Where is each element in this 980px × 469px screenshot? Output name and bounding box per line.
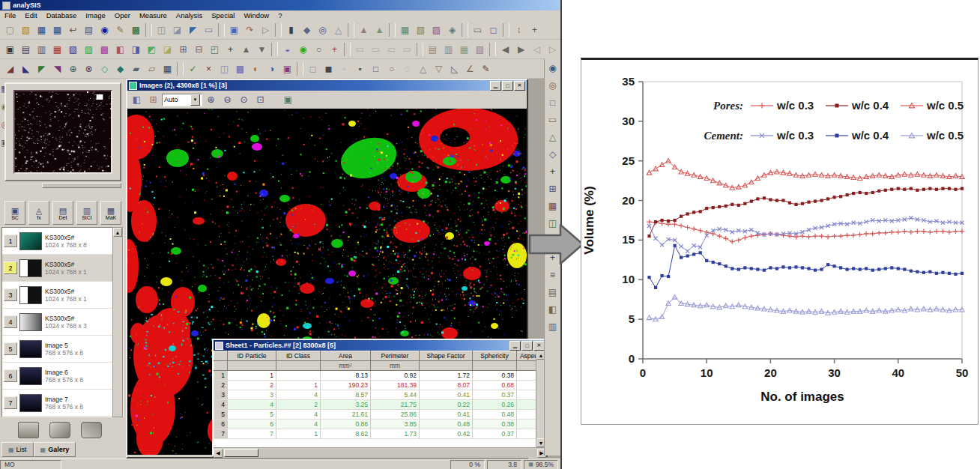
phase-icon[interactable]: ◒ [279, 42, 295, 57]
gallery-button-sc[interactable]: ▣SC [4, 201, 25, 225]
redo-icon[interactable]: ↷ [242, 22, 258, 37]
gem-icon[interactable]: ◆ [299, 22, 315, 37]
table-cell[interactable]: 0.86 [321, 420, 371, 429]
gallery-item-2[interactable]: 2KS300x5#1024 x 768 x 1 [2, 255, 123, 282]
table-cell[interactable]: 3.25 [321, 400, 371, 410]
row-header[interactable]: 4 [214, 400, 228, 410]
row-header[interactable]: 7 [214, 429, 228, 439]
proc2-icon[interactable]: ▤ [18, 42, 34, 57]
app-titlebar[interactable]: analySIS [0, 0, 560, 10]
grid-icon[interactable]: ▦ [397, 22, 413, 37]
zoom-out-icon[interactable]: ⊖ [220, 92, 235, 107]
grid3-icon[interactable]: ▨ [429, 22, 444, 37]
row-header[interactable]: 5 [214, 410, 228, 420]
table-cell[interactable]: 1.72 [420, 371, 473, 381]
small-rect-icon[interactable]: ▫ [336, 61, 352, 76]
table-row[interactable]: 6640.863.850.480.387.00 [214, 420, 547, 429]
table-row[interactable]: 221190.23181.398.070.681.97 [214, 381, 547, 390]
proc1-icon[interactable]: ▣ [2, 42, 18, 57]
table-cell[interactable]: 8.07 [420, 381, 473, 390]
printer-icon[interactable] [18, 422, 39, 438]
cross-icon[interactable]: + [327, 42, 342, 57]
maximize-icon[interactable]: □ [502, 81, 513, 91]
rows-icon[interactable]: ▤ [545, 284, 560, 300]
table-cell[interactable]: 0.92 [371, 371, 420, 381]
gray2-icon[interactable]: ▭ [368, 42, 384, 57]
print-icon[interactable]: ▤ [81, 22, 97, 37]
shade3-icon[interactable]: ◤ [34, 61, 49, 76]
gray3-icon[interactable]: ▭ [384, 42, 399, 57]
grid-add-icon[interactable]: ⊞ [545, 181, 560, 197]
shade2-icon[interactable]: ◣ [18, 61, 34, 76]
table-cell[interactable]: 0.68 [473, 381, 517, 390]
play-icon[interactable]: ▷ [258, 22, 273, 37]
window-add-icon[interactable]: ⊞ [175, 42, 191, 57]
square-icon[interactable]: □ [368, 61, 384, 76]
gallery-item-number[interactable]: 2 [4, 261, 17, 274]
prev-icon[interactable]: ◀ [497, 42, 513, 57]
meas4-icon[interactable]: ▧ [472, 42, 488, 57]
gallery-item-number[interactable]: 3 [4, 288, 17, 301]
magenta-filter-icon[interactable]: ▩ [97, 42, 112, 57]
revert-icon[interactable]: ↩ [65, 22, 81, 37]
zoom-in-icon[interactable]: ⊕ [203, 92, 219, 107]
gallery-item-thumbnail[interactable] [19, 340, 42, 358]
table-cell[interactable]: 25.86 [371, 410, 420, 420]
open-icon[interactable]: ▧ [18, 22, 34, 37]
table-cell[interactable]: 0.42 [420, 429, 473, 439]
label-icon[interactable]: ▣ [279, 61, 295, 76]
sheet-hscrollbar[interactable]: ◀ ▶ [214, 447, 546, 458]
gallery-item-thumbnail[interactable] [19, 232, 42, 250]
angle2-icon[interactable]: ◺ [447, 61, 462, 76]
gallery-item-thumbnail[interactable] [19, 367, 42, 385]
menu-oper[interactable]: Oper [110, 11, 135, 19]
half-icon[interactable]: ◧ [545, 301, 560, 318]
gallery-item-thumbnail[interactable] [19, 286, 42, 304]
dotted-circle-icon[interactable]: ◌ [399, 61, 415, 76]
half-down-icon[interactable]: ◪ [160, 42, 175, 57]
cols-icon[interactable]: ▥ [545, 318, 560, 335]
tab-galery[interactable]: ▦Galery [34, 442, 76, 457]
sheet-maximize-icon[interactable]: □ [521, 341, 533, 351]
menu-database[interactable]: Database [42, 11, 82, 19]
column-header-shape-factor[interactable]: Shape Factor [420, 351, 473, 361]
del-roi-icon[interactable]: ⊗ [81, 61, 97, 76]
table-cell[interactable]: 0.37 [473, 429, 517, 439]
table-cell[interactable]: 0.41 [420, 390, 473, 400]
new-icon[interactable]: ▢ [2, 22, 18, 37]
half-left-icon[interactable]: ◧ [112, 42, 128, 57]
half-right-icon[interactable]: ◨ [128, 42, 144, 57]
table-cell[interactable]: 181.39 [371, 381, 420, 390]
green-filter-icon[interactable]: ▨ [81, 42, 97, 57]
zoom-dropdown[interactable]: Auto▼ [162, 94, 202, 106]
lens-icon[interactable]: ◎ [545, 77, 560, 94]
column-header-sphericity[interactable]: Sphericity [473, 351, 517, 361]
frame-icon[interactable]: ▭ [201, 22, 217, 37]
move-icon[interactable]: ↕ [511, 22, 527, 37]
image-window-titlebar[interactable]: Images (2), 4300x8 [1 %] [3] ▁ □ ✕ [127, 80, 527, 91]
rect-tool-icon[interactable]: ◻ [305, 61, 321, 76]
row-header[interactable]: 3 [214, 390, 228, 400]
menu-window[interactable]: Window [239, 11, 273, 19]
table-cell[interactable]: 1 [276, 381, 321, 390]
sort-down-icon[interactable]: ▼ [254, 42, 270, 57]
table-cell[interactable]: 0.48 [473, 410, 517, 420]
column-header-perimeter[interactable]: Perimeter [371, 351, 420, 361]
crosshair-icon[interactable]: + [545, 163, 560, 180]
gallery-item-number[interactable]: 4 [4, 315, 17, 328]
gallery-item-6[interactable]: 6Image 6768 x 576 x 8 [2, 363, 123, 390]
sheet-minimize-icon[interactable]: ▁ [509, 341, 521, 351]
column-header-area[interactable]: Area [321, 351, 371, 361]
minimize-icon[interactable]: ▁ [490, 81, 501, 91]
copy-icon[interactable]: ◫ [154, 22, 169, 37]
sheet-close-icon[interactable]: ✕ [533, 341, 545, 351]
magnifier-icon[interactable]: ◎ [315, 22, 330, 37]
table-cell[interactable]: 0.38 [473, 420, 517, 429]
table-cell[interactable]: 0.26 [473, 400, 517, 410]
tile-icon[interactable]: ⊞ [145, 92, 161, 107]
table-row[interactable]: 3348.575.440.410.372.73 [214, 390, 547, 400]
row-header[interactable]: 6 [214, 420, 228, 429]
link-icon[interactable]: ◧ [129, 92, 145, 107]
camera-icon[interactable]: ▩ [128, 22, 144, 37]
gray4-icon[interactable]: ▭ [399, 42, 415, 57]
